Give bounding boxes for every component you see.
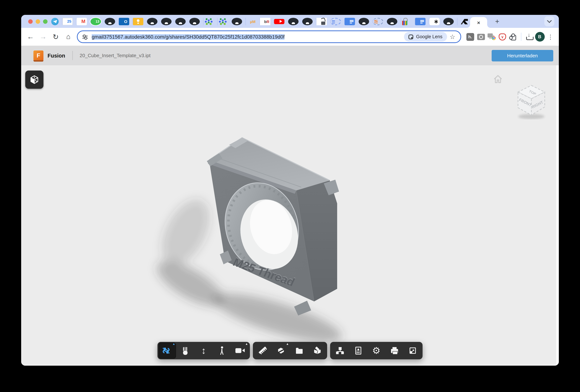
lens-icon	[408, 34, 413, 39]
dashed-so-icon[interactable]	[372, 18, 383, 25]
lens-label: Google Lens	[416, 34, 442, 39]
toolbar-divider	[521, 33, 521, 41]
active-tab[interactable]: ×	[470, 17, 487, 28]
zoom-icon	[201, 345, 206, 356]
github-icon[interactable]	[161, 18, 171, 25]
scrollbar-track[interactable]	[556, 65, 559, 366]
github-icon[interactable]	[175, 18, 186, 25]
pan-icon	[183, 347, 188, 355]
section-icon	[277, 347, 285, 354]
url-input[interactable]: gmail3751567.autodesk360.com/g/shares/SH…	[92, 34, 401, 39]
telegram-icon[interactable]	[51, 18, 59, 25]
profile-button[interactable]: B	[534, 31, 545, 42]
home-button[interactable]: ⌂	[62, 30, 75, 43]
camera-icon	[477, 34, 485, 40]
url-bar[interactable]: gmail3751567.autodesk360.com/g/shares/SH…	[77, 30, 461, 43]
autodesk-icon[interactable]	[457, 18, 468, 25]
gcal-icon[interactable]: 25	[62, 18, 73, 25]
camera-button[interactable]	[231, 343, 249, 359]
github-icon[interactable]	[189, 18, 200, 25]
youtube-icon[interactable]	[274, 19, 285, 24]
tab-search-button[interactable]	[544, 16, 554, 26]
camera-extension-button[interactable]	[475, 31, 486, 42]
dashed-doc-icon[interactable]	[330, 18, 341, 25]
fullscreen-icon	[410, 347, 416, 354]
cube-button[interactable]	[308, 343, 326, 359]
model-viewport[interactable]: M25 Thread M25 Thread	[21, 65, 559, 366]
print-button[interactable]	[386, 343, 403, 359]
github-icon[interactable]	[443, 18, 454, 25]
zoom-window-button[interactable]	[43, 19, 47, 23]
github-icon[interactable]	[302, 18, 313, 25]
github-icon[interactable]	[147, 18, 157, 25]
properties-button[interactable]	[349, 343, 367, 359]
outlook-icon[interactable]: O	[119, 18, 129, 25]
gdocs-icon[interactable]	[415, 18, 426, 25]
hypothesis-icon: h.	[466, 33, 474, 41]
hypothesis-extension-button[interactable]: h.	[465, 31, 475, 42]
tree-button[interactable]	[331, 343, 349, 359]
github-icon[interactable]	[288, 18, 298, 25]
close-window-button[interactable]	[28, 19, 33, 23]
biorxiv-icon[interactable]: bR	[260, 18, 270, 25]
section-button[interactable]	[272, 343, 290, 359]
view-cube[interactable]: TOP FRONT RIGHT	[514, 83, 549, 120]
settings-button[interactable]	[368, 343, 385, 359]
gmail-icon[interactable]: M	[76, 18, 87, 25]
github-icon[interactable]	[104, 18, 115, 25]
folder-icon	[296, 348, 302, 354]
chatgpt-icon[interactable]: ∗	[429, 18, 440, 25]
site-settings-icon[interactable]	[82, 34, 88, 39]
reload-button[interactable]: ↻	[49, 30, 62, 43]
tab-close-icon[interactable]: ×	[477, 20, 480, 25]
pocket-extension-button[interactable]: ∨	[497, 31, 508, 42]
model-canvas[interactable]: M25 Thread M25 Thread	[21, 65, 559, 366]
walk-icon	[219, 346, 224, 355]
properties-icon	[355, 347, 361, 355]
download-file-button[interactable]: Herunterladen	[492, 50, 553, 61]
browser-menu-button[interactable]: ⋮	[545, 31, 556, 42]
pinned-tabs: 25M13OµMbR∗	[51, 15, 468, 28]
measure-icon	[258, 346, 267, 355]
camera-icon	[235, 348, 245, 354]
screenshot-icon	[488, 33, 496, 40]
walk-button[interactable]	[213, 343, 231, 359]
molecule-icon[interactable]	[217, 18, 228, 25]
tab-strip: 25M13OµMbR∗ × +	[21, 15, 559, 28]
google-lens-button[interactable]: Google Lens	[404, 32, 447, 42]
new-tab-button[interactable]: +	[492, 16, 503, 27]
zoom-button[interactable]	[195, 343, 212, 359]
microm-icon[interactable]: µM	[245, 18, 256, 25]
nav-bar: ← → ↻ ⌂ gmail3751567.autodesk360.com/g/s…	[21, 28, 559, 46]
pan-button[interactable]	[177, 343, 194, 359]
gdocs-icon[interactable]	[344, 18, 355, 25]
downloads-button[interactable]: ↓	[524, 31, 534, 42]
viewer-toolbar	[157, 342, 423, 359]
kebab-menu-icon: ⋮	[548, 33, 554, 40]
settings-icon	[372, 346, 381, 355]
minimize-window-button[interactable]	[36, 19, 40, 23]
home-view-icon[interactable]	[492, 74, 504, 85]
avatar: B	[535, 32, 545, 42]
bookmark-star-icon[interactable]: ☆	[447, 31, 458, 42]
molecule-icon[interactable]	[203, 18, 214, 25]
model-part[interactable]: M25 Thread M25 Thread	[207, 138, 339, 316]
forward-button[interactable]: →	[37, 30, 49, 43]
back-button[interactable]: ←	[24, 30, 37, 43]
extensions-button[interactable]	[508, 31, 519, 42]
tree-icon	[336, 347, 344, 354]
view-mode-button[interactable]	[25, 71, 43, 89]
shopping-bag-icon[interactable]	[401, 18, 412, 25]
fullscreen-button[interactable]	[404, 343, 422, 359]
header-divider	[72, 51, 73, 60]
orbit-button[interactable]	[158, 343, 176, 359]
keep-icon[interactable]	[133, 18, 143, 25]
lock-open-icon[interactable]	[316, 18, 327, 25]
github-icon[interactable]	[231, 18, 242, 25]
screenshot-extension-button[interactable]	[486, 31, 497, 42]
github-icon[interactable]	[387, 18, 397, 25]
github-icon[interactable]	[358, 18, 369, 25]
measure-button[interactable]	[254, 343, 272, 359]
whatsapp-icon[interactable]: 13	[90, 18, 101, 25]
folder-button[interactable]	[290, 343, 308, 359]
